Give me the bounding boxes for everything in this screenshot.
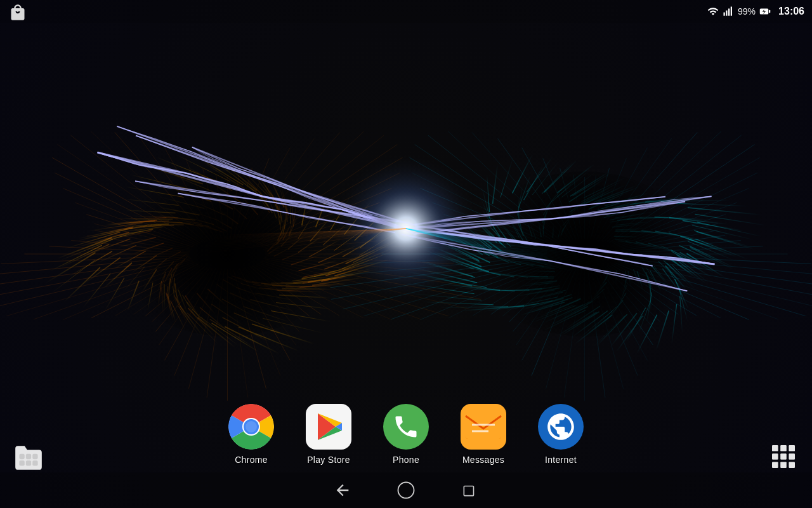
internet-icon-container <box>538 404 584 450</box>
svg-rect-2 <box>728 9 730 16</box>
recents-button[interactable] <box>457 478 482 503</box>
playstore-icon-container <box>306 404 351 450</box>
messages-app[interactable]: Messages <box>461 404 506 465</box>
messages-icon-container <box>461 404 506 450</box>
svg-rect-1 <box>726 11 727 16</box>
svg-rect-3 <box>731 7 732 16</box>
internet-label: Internet <box>545 455 577 465</box>
chrome-icon-container <box>228 404 274 450</box>
phone-icon-container <box>383 404 429 450</box>
svg-point-35 <box>398 483 414 498</box>
chrome-app[interactable]: Chrome <box>228 404 274 465</box>
home-button[interactable] <box>393 478 419 503</box>
signal-icon <box>723 6 734 17</box>
dock: Chrome Play Store Phone <box>0 396 812 472</box>
svg-rect-5 <box>769 10 770 13</box>
status-bar: 99% 13:06 <box>0 0 812 23</box>
battery-percentage: 99% <box>738 6 756 17</box>
playstore-app[interactable]: Play Store <box>306 404 351 465</box>
chrome-label: Chrome <box>235 455 268 465</box>
phone-app[interactable]: Phone <box>383 404 429 465</box>
svg-rect-0 <box>724 13 725 16</box>
back-button[interactable] <box>330 478 355 503</box>
messages-label: Messages <box>462 455 504 465</box>
svg-point-26 <box>246 421 257 432</box>
svg-rect-36 <box>464 486 473 496</box>
nav-bar <box>0 472 812 508</box>
phone-label: Phone <box>393 455 419 465</box>
battery-icon <box>759 6 771 17</box>
internet-app[interactable]: Internet <box>538 404 584 465</box>
wifi-icon <box>707 6 719 17</box>
clock: 13:06 <box>778 6 804 17</box>
status-icons: 99% 13:06 <box>707 6 804 17</box>
playstore-label: Play Store <box>307 455 350 465</box>
